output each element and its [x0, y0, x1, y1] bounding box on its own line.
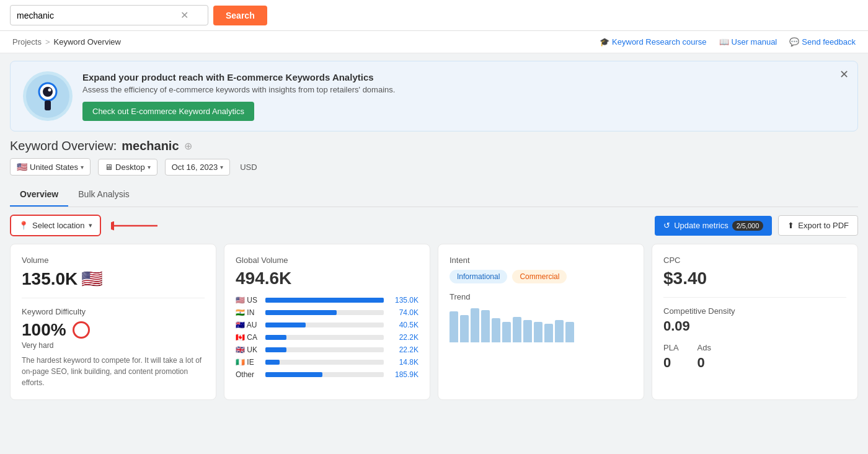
- volume-kd-card: Volume 135.0K 🇺🇸 Keyword Difficulty 100%…: [10, 244, 216, 400]
- trend-bar-item: [523, 320, 532, 342]
- search-input-wrap: ✕: [10, 5, 208, 25]
- update-count-badge: 2/5,000: [732, 221, 764, 231]
- bar-value: 14.8K: [389, 358, 418, 367]
- refresh-icon: ↺: [663, 221, 670, 230]
- bar-outer: [265, 335, 384, 340]
- intent-label: Intent: [450, 256, 632, 265]
- kd-hardness-label: Very hard: [22, 341, 205, 350]
- location-action-row: 📍 Select location ▾ ↺ Update m: [10, 207, 858, 244]
- trend-bar-item: [513, 317, 521, 342]
- top-links: 🎓 Keyword Research course 📖 User manual …: [600, 37, 856, 47]
- currency-label: USD: [240, 162, 257, 172]
- bar-outer: [265, 372, 384, 377]
- global-volume-value: 494.6K: [236, 269, 418, 288]
- select-location-dropdown[interactable]: 📍 Select location ▾: [10, 215, 101, 236]
- cpc-value: $3.40: [663, 269, 846, 288]
- bar-outer: [265, 298, 384, 303]
- bar-value: 185.9K: [389, 370, 418, 379]
- location-filter-button[interactable]: 🇺🇸 United States ▾: [10, 158, 91, 176]
- trend-bar-item: [450, 311, 458, 342]
- tab-overview[interactable]: Overview: [10, 183, 68, 207]
- promo-banner: Expand your product reach with E-commerc…: [10, 61, 858, 131]
- bar-inner: [265, 335, 286, 340]
- trend-bar-item: [502, 322, 511, 342]
- bar-outer: [265, 360, 384, 365]
- pla-value: 0: [663, 355, 679, 371]
- country-code: Other: [236, 370, 260, 379]
- trend-bar-item: [492, 318, 500, 342]
- date-filter-button[interactable]: Oct 16, 2023 ▾: [165, 159, 230, 176]
- pla-ads-row: PLA 0 Ads 0: [663, 343, 846, 371]
- volume-value: 135.0K 🇺🇸: [22, 269, 205, 289]
- trend-bars-chart: [450, 305, 632, 342]
- kd-description: The hardest keyword to compete for. It w…: [22, 355, 205, 388]
- breadcrumb-current: Keyword Overview: [54, 37, 121, 47]
- tab-bulk-analysis[interactable]: Bulk Analysis: [68, 183, 139, 207]
- bar-outer: [265, 347, 384, 352]
- breadcrumb: Projects > Keyword Overview: [12, 37, 121, 47]
- cpc-section: CPC $3.40: [663, 256, 846, 288]
- kd-label: Keyword Difficulty: [22, 307, 205, 316]
- trend-bar-item: [555, 320, 564, 342]
- banner-close-icon[interactable]: ✕: [839, 68, 849, 81]
- bar-inner: [265, 298, 384, 303]
- desktop-icon: 🖥: [105, 162, 113, 172]
- bar-value: 40.5K: [389, 321, 418, 329]
- location-filter-label: United States: [30, 162, 78, 172]
- country-code: 🇮🇳 IN: [236, 308, 260, 317]
- keyword-value: mechanic: [122, 139, 179, 153]
- search-input[interactable]: [17, 11, 178, 20]
- add-keyword-icon[interactable]: ⊕: [184, 140, 192, 152]
- trend-bar-item: [544, 324, 553, 342]
- ads-value: 0: [698, 355, 711, 371]
- bar-inner: [265, 347, 286, 352]
- trend-bar-item: [534, 322, 542, 342]
- volume-label: Volume: [22, 256, 205, 265]
- bar-row: 🇨🇦 CA 22.2K: [236, 333, 418, 342]
- export-label: Export to PDF: [798, 221, 849, 230]
- mortarboard-icon: 🎓: [600, 37, 609, 47]
- breadcrumb-separator: >: [45, 37, 50, 47]
- global-volume-label: Global Volume: [236, 256, 418, 265]
- bar-outer: [265, 310, 384, 315]
- banner-subtitle: Assess the efficiency of e-commerce keyw…: [82, 85, 395, 94]
- book-icon: 📖: [719, 37, 729, 47]
- export-icon: ⬆: [787, 221, 794, 230]
- us-flag-small-icon: 🇺🇸: [81, 269, 103, 289]
- ads-label: Ads: [698, 343, 711, 352]
- competitive-density-label: Competitive Density: [663, 306, 846, 316]
- commercial-badge: Commercial: [512, 270, 567, 283]
- bar-inner: [265, 372, 322, 377]
- trend-bar-item: [460, 315, 469, 342]
- trend-bar-item: [565, 322, 574, 342]
- update-metrics-button[interactable]: ↺ Update metrics 2/5,000: [655, 216, 772, 236]
- search-button[interactable]: Search: [213, 6, 267, 25]
- bar-outer: [265, 323, 384, 327]
- course-link[interactable]: 🎓 Keyword Research course: [600, 37, 706, 47]
- feedback-link[interactable]: 💬 Send feedback: [789, 37, 856, 47]
- export-pdf-button[interactable]: ⬆ Export to PDF: [778, 215, 858, 236]
- bar-row: 🇦🇺 AU 40.5K: [236, 321, 418, 329]
- tabs-row: Overview Bulk Analysis: [10, 183, 858, 207]
- action-buttons: ↺ Update metrics 2/5,000 ⬆ Export to PDF: [655, 215, 858, 236]
- top-nav: Projects > Keyword Overview 🎓 Keyword Re…: [0, 31, 868, 53]
- metrics-cards-grid: Volume 135.0K 🇺🇸 Keyword Difficulty 100%…: [10, 244, 858, 400]
- banner-cta-button[interactable]: Check out E-commerce Keyword Analytics: [82, 102, 254, 121]
- ads-item: Ads 0: [698, 343, 711, 371]
- country-bars-container: 🇺🇸 US 135.0K 🇮🇳 IN 74.0K 🇦🇺 AU 40.5K 🇨🇦 …: [236, 296, 418, 379]
- bar-inner: [265, 323, 306, 327]
- kd-circle-indicator: [73, 321, 90, 339]
- location-chevron-icon: ▾: [81, 164, 84, 171]
- bar-row: 🇺🇸 US 135.0K: [236, 296, 418, 305]
- manual-link[interactable]: 📖 User manual: [719, 37, 777, 47]
- country-code: 🇦🇺 AU: [236, 321, 260, 329]
- breadcrumb-parent[interactable]: Projects: [12, 37, 42, 47]
- red-arrow-indicator: [111, 216, 161, 235]
- keyword-overview-label: Keyword Overview:: [10, 139, 117, 153]
- clear-icon[interactable]: ✕: [180, 9, 188, 21]
- keyword-title-row: Keyword Overview: mechanic ⊕: [10, 139, 858, 153]
- trend-bar-item: [481, 310, 490, 342]
- us-flag-icon: 🇺🇸: [17, 162, 27, 172]
- device-filter-label: Desktop: [115, 162, 145, 172]
- device-filter-button[interactable]: 🖥 Desktop ▾: [98, 159, 157, 176]
